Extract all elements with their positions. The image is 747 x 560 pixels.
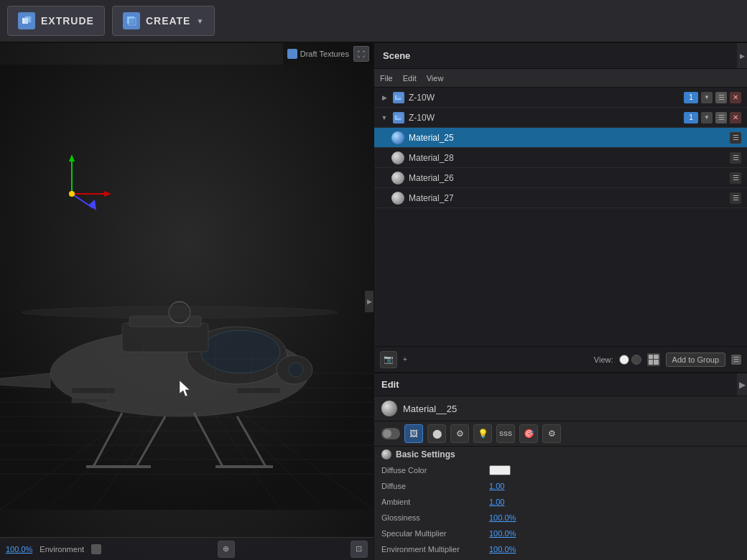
prop-label-glossiness: Glossiness [381, 513, 482, 522]
camera-fit-btn[interactable]: ⊡ [351, 541, 368, 558]
viewport-right-expand[interactable]: ▶ [365, 291, 374, 312]
prop-value-environment[interactable]: 100.0% [489, 545, 516, 554]
svg-rect-34 [237, 388, 280, 393]
prop-label-diffuse-color: Diffuse Color [381, 466, 482, 475]
target-icon-btn[interactable]: ⊕ [218, 541, 235, 558]
prop-value-diffuse[interactable]: 1.00 [489, 482, 504, 490]
menu-edit[interactable]: Edit [403, 74, 417, 83]
gear-icon[interactable]: ⚙ [542, 424, 561, 443]
prop-diffuse: Diffuse 1.00 [381, 478, 740, 494]
tree-dd-1[interactable]: ▼ [701, 92, 713, 103]
svg-point-36 [22, 307, 338, 318]
tree-label-mat28: Material_28 [409, 153, 725, 163]
material-ball-26 [391, 172, 404, 185]
viewport-bottombar: 100.0% Environment ⊕ ⊡ [0, 537, 374, 560]
prop-value-specular[interactable]: 100.0% [489, 529, 516, 538]
material-ball-28 [391, 151, 404, 164]
create-button[interactable]: CREATE ▼ [112, 6, 215, 36]
tree-material-26[interactable]: Material_26 ☰ [374, 168, 747, 188]
tree-material-25[interactable]: Material_25 ☰ [374, 128, 747, 148]
environment-icon [91, 544, 101, 554]
material-preview-sphere [381, 401, 397, 416]
tree-icon-btn-1[interactable]: ☰ [715, 92, 727, 103]
basic-settings-header: Basic Settings [374, 447, 747, 462]
prop-value-glossiness[interactable]: 100.0% [489, 513, 516, 522]
prop-label-ambient: Ambient [381, 498, 482, 506]
settings-icon[interactable]: ⚙ [450, 424, 469, 443]
enable-toggle[interactable] [381, 428, 400, 439]
tree-label-z10w-1: Z-10W [409, 93, 679, 103]
view-dot-inactive[interactable] [631, 355, 641, 365]
prop-diffuse-color: Diffuse Color [381, 462, 740, 478]
tree-item-z10w-2[interactable]: ▼ Z-10W 1 ▼ ☰ ✕ [374, 108, 747, 128]
svg-rect-53 [396, 94, 402, 98]
material-ball-27 [391, 192, 404, 205]
material-edit-name: Material__25 [403, 403, 457, 414]
material-icon-26[interactable]: ☰ [730, 172, 741, 184]
viewport-3d[interactable]: Draft Textures ⛶ 100.0% Environment ⊕ ⊡ … [0, 43, 374, 560]
tree-dd-2[interactable]: ▼ [701, 112, 713, 123]
scene-panel-expand[interactable]: ▶ [737, 43, 747, 68]
environment-label: Environment [40, 545, 84, 554]
svg-rect-32 [72, 388, 115, 393]
viewport-scene-svg [0, 65, 374, 510]
tree-material-28[interactable]: Material_28 ☰ [374, 148, 747, 168]
view-grid-btn[interactable] [647, 353, 660, 366]
tree-label-mat25: Material_25 [409, 133, 725, 143]
material-icon-27[interactable]: ☰ [730, 192, 741, 204]
tree-material-27[interactable]: Material_27 ☰ [374, 188, 747, 208]
tree-x-btn-1[interactable]: ✕ [730, 92, 741, 103]
scene-panel-header: Scene ▶ [374, 43, 747, 69]
view-dot-active[interactable] [619, 355, 629, 365]
tree-x-btn-2[interactable]: ✕ [730, 112, 741, 123]
tree-object-icon-1 [393, 92, 404, 103]
extrude-label: EXTRUDE [41, 15, 94, 27]
scene-bottombar: 📷 + View: Add to Group ☰ [374, 346, 747, 372]
zoom-level[interactable]: 100.0% [6, 545, 32, 554]
material-header: Material__25 [374, 396, 747, 421]
tree-icon-btn-2[interactable]: ☰ [715, 112, 727, 123]
scene-panel: Scene ▶ File Edit View ▶ [374, 43, 747, 373]
tree-controls-2: 1 ▼ ☰ ✕ [684, 112, 741, 123]
menu-file[interactable]: File [380, 74, 393, 83]
viewport-topbar: Draft Textures ⛶ [283, 43, 374, 65]
tree-label-mat27: Material_27 [409, 193, 725, 203]
svg-rect-55 [396, 114, 402, 118]
menu-view[interactable]: View [427, 74, 444, 83]
svg-rect-24 [122, 323, 208, 352]
add-to-group-btn[interactable]: Add to Group [666, 353, 725, 367]
extrude-button[interactable]: EXTRUDE [7, 6, 105, 36]
material-icon-28[interactable]: ☰ [730, 152, 741, 164]
basic-settings-label: Basic Settings [396, 449, 455, 459]
properties-table: Diffuse Color Diffuse 1.00 Ambient 1.00 … [374, 462, 747, 557]
camera-add-icon[interactable]: 📷 [380, 351, 397, 368]
prop-label-diffuse: Diffuse [381, 482, 482, 490]
edit-panel: Edit ▶ Material__25 🖼 ⬤ ⚙ 💡 SSS 🎯 ⚙ [374, 373, 747, 560]
material-tools: 🖼 ⬤ ⚙ 💡 SSS 🎯 ⚙ [374, 421, 747, 447]
diffuse-color-swatch[interactable] [489, 465, 511, 475]
diffuse-channel-icon[interactable]: 🖼 [404, 424, 423, 443]
svg-point-50 [69, 191, 75, 197]
toggle-knob [383, 429, 391, 438]
prop-environment: Environment Multiplier 100.0% [381, 541, 740, 557]
target-icon[interactable]: 🎯 [519, 424, 538, 443]
tree-object-icon-2 [393, 112, 404, 123]
sss-icon[interactable]: SSS [496, 424, 515, 443]
light-bulb-icon[interactable]: 💡 [473, 424, 492, 443]
tree-badge-2: 1 [684, 112, 698, 123]
material-icon-25[interactable]: ☰ [730, 132, 741, 144]
viewport-expand-btn[interactable]: ⛶ [353, 46, 369, 62]
create-icon [123, 12, 140, 29]
edit-panel-expand[interactable]: ▶ [737, 373, 747, 396]
add-group-icon: ☰ [731, 355, 741, 365]
prop-value-ambient[interactable]: 1.00 [489, 498, 504, 506]
scene-tree: ▶ Z-10W 1 ▼ ☰ ✕ [374, 88, 747, 346]
svg-rect-4 [0, 65, 374, 510]
main-area: Draft Textures ⛶ 100.0% Environment ⊕ ⊡ … [0, 43, 747, 560]
tree-item-z10w-1[interactable]: ▶ Z-10W 1 ▼ ☰ ✕ [374, 88, 747, 108]
tree-expand-arrow-1: ▶ [380, 93, 389, 102]
prop-glossiness: Glossiness 100.0% [381, 510, 740, 526]
tree-controls-1: 1 ▼ ☰ ✕ [684, 92, 741, 103]
tree-label-z10w-2: Z-10W [409, 113, 679, 123]
sphere-icon[interactable]: ⬤ [427, 424, 446, 443]
